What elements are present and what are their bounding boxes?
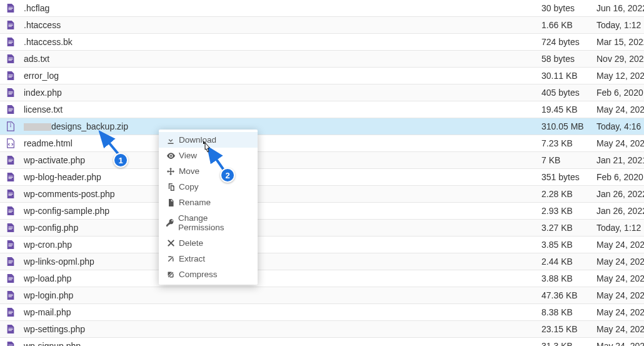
file-size: 351 bytes	[541, 172, 596, 182]
file-row[interactable]: wp-comments-post.php2.28 KBJan 26, 2022,	[0, 186, 644, 203]
file-size: 47.36 KB	[541, 290, 596, 300]
file-row[interactable]: wp-login.php47.36 KBMay 24, 2022	[0, 287, 644, 304]
file-doc-icon	[0, 172, 19, 182]
file-date: May 24, 2022	[596, 273, 644, 283]
file-row[interactable]: .htaccess.bk724 bytesMar 15, 2022,	[0, 34, 644, 51]
file-date: May 24, 2022	[596, 240, 644, 250]
file-name: wp-signup.php	[19, 341, 541, 346]
file-row[interactable]: wp-config-sample.php2.93 KBJan 26, 2022,	[0, 203, 644, 220]
menu-extract[interactable]: Extract	[159, 251, 258, 267]
file-doc-icon	[0, 20, 19, 30]
menu-copy[interactable]: Copy	[159, 179, 258, 195]
file-row[interactable]: wp-settings.php23.15 KBMay 24, 2022	[0, 321, 644, 338]
copy-icon	[166, 183, 175, 191]
file-row[interactable]: wp-cron.php3.85 KBMay 24, 2022	[0, 237, 644, 253]
file-doc-icon	[0, 324, 19, 334]
move-icon	[166, 168, 175, 175]
file-date: Today, 1:12 P	[596, 223, 644, 233]
menu-permissions[interactable]: Change Permissions	[159, 210, 258, 235]
file-name: wp-cron.php	[19, 240, 541, 250]
file-size: 58 bytes	[541, 54, 596, 64]
key-icon	[166, 219, 174, 226]
annotation-badge-2: 2	[220, 168, 235, 183]
badge-1-label: 1	[118, 156, 123, 165]
file-row[interactable]: wp-blog-header.php351 bytesFeb 6, 2020, …	[0, 169, 644, 186]
file-name: wp-login.php	[19, 290, 541, 300]
file-row[interactable]: wp-links-opml.php2.44 KBMay 24, 2022	[0, 253, 644, 270]
file-name-label: ads.txt	[24, 54, 49, 64]
menu-copy-label: Copy	[179, 182, 199, 191]
file-date: May 24, 2022	[596, 257, 644, 267]
file-name: index.php	[19, 88, 541, 98]
file-name: wp-links-opml.php	[19, 257, 541, 267]
file-doc-icon	[0, 240, 19, 250]
file-row[interactable]: wp-signup.php31.3 KBMay 24, 2022	[0, 338, 644, 346]
file-doc-icon	[0, 155, 19, 165]
file-row[interactable]: ads.txt58 bytesNov 29, 2021	[0, 51, 644, 68]
file-doc-icon	[0, 189, 19, 199]
download-icon	[166, 136, 175, 144]
file-size: 310.05 MB	[541, 121, 596, 131]
file-doc-icon	[0, 307, 19, 317]
file-size: 30.11 KB	[541, 71, 596, 81]
file-name-label: license.txt	[24, 104, 63, 114]
file-date: Today, 4:16 P	[596, 121, 644, 131]
file-name: wp-config.php	[19, 223, 541, 233]
file-size: 31.3 KB	[541, 341, 596, 346]
file-date: May 24, 2022	[596, 324, 644, 334]
file-row[interactable]: .hcflag30 bytesJun 16, 2022,	[0, 0, 644, 17]
file-name-label: wp-config-sample.php	[24, 206, 109, 216]
file-row[interactable]: error_log30.11 KBMay 12, 2022	[0, 68, 644, 84]
file-name: wp-mail.php	[19, 307, 541, 317]
file-size: 3.88 KB	[541, 273, 596, 283]
file-date: Jun 16, 2022,	[596, 3, 644, 13]
extract-icon	[166, 255, 175, 263]
file-row[interactable]: wp-load.php3.88 KBMay 24, 2022	[0, 270, 644, 287]
menu-rename[interactable]: Rename	[159, 195, 258, 210]
file-name-label: wp-cron.php	[24, 240, 72, 250]
menu-compress-label: Compress	[179, 270, 218, 279]
file-name-label: index.php	[24, 88, 62, 98]
file-name: license.txt	[19, 104, 541, 114]
file-name: .hcflag	[19, 3, 541, 13]
file-doc-icon	[0, 273, 19, 283]
file-size: 7 KB	[541, 155, 596, 165]
file-name-label: .htaccess.bk	[24, 37, 73, 47]
badge-2-label: 2	[225, 171, 229, 180]
menu-delete[interactable]: Delete	[159, 235, 258, 251]
file-name-label: wp-load.php	[24, 273, 71, 283]
file-date: Today, 1:12 P	[596, 20, 644, 30]
file-size: 8.38 KB	[541, 307, 596, 317]
file-name-label: wp-comments-post.php	[24, 189, 115, 199]
file-size: 7.23 KB	[541, 138, 596, 148]
file-size: 2.44 KB	[541, 257, 596, 267]
menu-delete-label: Delete	[179, 238, 203, 248]
file-size: 23.15 KB	[541, 324, 596, 334]
file-row[interactable]: .htaccess1.66 KBToday, 1:12 P	[0, 17, 644, 34]
menu-permissions-label: Change Permissions	[178, 213, 250, 232]
file-row[interactable]: license.txt19.45 KBMay 24, 2022	[0, 101, 644, 118]
file-name: ads.txt	[19, 54, 541, 64]
file-row[interactable]: wp-mail.php8.38 KBMay 24, 2022	[0, 304, 644, 321]
file-size: 3.27 KB	[541, 223, 596, 233]
file-zip-icon	[0, 121, 19, 131]
file-row[interactable]: wp-config.php3.27 KBToday, 1:12 P	[0, 220, 644, 237]
file-date: May 24, 2022	[596, 307, 644, 317]
file-date: Feb 6, 2020, 1	[596, 172, 644, 182]
menu-move-label: Move	[179, 166, 199, 176]
file-date: May 24, 2022	[596, 341, 644, 346]
file-date: Jan 21, 2021, 1	[596, 155, 644, 165]
menu-compress[interactable]: Compress	[159, 267, 258, 282]
compress-icon	[166, 271, 175, 278]
file-name: wp-config-sample.php	[19, 206, 541, 216]
file-name: wp-comments-post.php	[19, 189, 541, 199]
file-date: Mar 15, 2022,	[596, 37, 644, 47]
file-name: error_log	[19, 71, 541, 81]
file-doc-icon	[0, 290, 19, 300]
file-size: 405 bytes	[541, 88, 596, 98]
file-name-label: wp-login.php	[24, 290, 73, 300]
file-name-label: .hcflag	[24, 3, 49, 13]
file-row[interactable]: index.php405 bytesFeb 6, 2020, 1	[0, 84, 644, 101]
file-name-label: error_log	[24, 71, 59, 81]
file-name-label: wp-settings.php	[24, 324, 85, 334]
